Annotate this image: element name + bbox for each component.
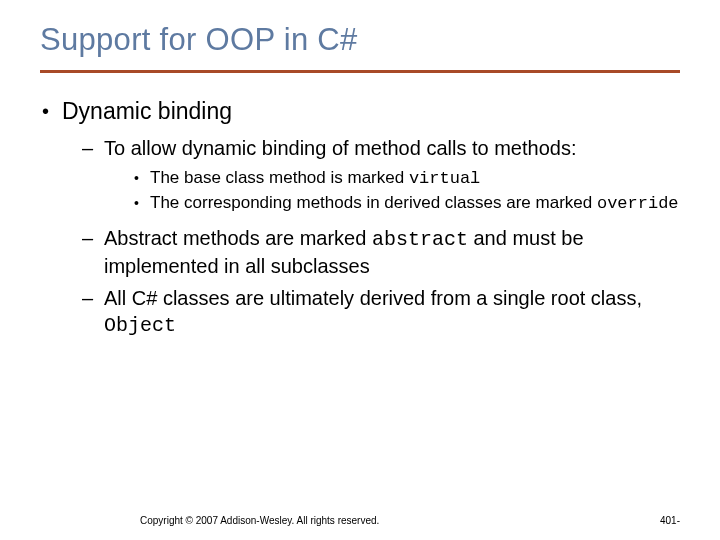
bullet-text: The base class method is marked virtual xyxy=(150,167,680,190)
bullet-dash-icon: – xyxy=(82,135,104,161)
spacer xyxy=(40,217,680,225)
slide-title: Support for OOP in C# xyxy=(40,22,680,58)
bullet-text: To allow dynamic binding of method calls… xyxy=(104,135,680,161)
bullet-text: The corresponding methods in derived cla… xyxy=(150,192,680,215)
bullet-text: Dynamic binding xyxy=(62,97,680,125)
code-keyword: override xyxy=(597,194,679,213)
bullet-level3: • The base class method is marked virtua… xyxy=(40,167,680,190)
bullet-level2: – Abstract methods are marked abstract a… xyxy=(40,225,680,279)
copyright-text: Copyright © 2007 Addison-Wesley. All rig… xyxy=(140,515,379,526)
text-fragment: Abstract methods are marked xyxy=(104,227,372,249)
bullet-dot-icon: • xyxy=(42,97,62,125)
code-keyword: abstract xyxy=(372,228,468,251)
code-keyword: Object xyxy=(104,314,176,337)
slide-footer: Copyright © 2007 Addison-Wesley. All rig… xyxy=(0,515,720,526)
title-divider xyxy=(40,70,680,73)
bullet-level3: • The corresponding methods in derived c… xyxy=(40,192,680,215)
text-fragment: All C# classes are ultimately derived fr… xyxy=(104,287,642,309)
bullet-dash-icon: – xyxy=(82,285,104,339)
bullet-text: All C# classes are ultimately derived fr… xyxy=(104,285,680,339)
bullet-dash-icon: – xyxy=(82,225,104,279)
text-fragment: The corresponding methods in derived cla… xyxy=(150,193,597,212)
page-number: 401- xyxy=(660,515,680,526)
bullet-dot-icon: • xyxy=(134,192,150,215)
bullet-level2: – All C# classes are ultimately derived … xyxy=(40,285,680,339)
code-keyword: virtual xyxy=(409,169,480,188)
bullet-level2: – To allow dynamic binding of method cal… xyxy=(40,135,680,161)
text-fragment: The base class method is marked xyxy=(150,168,409,187)
bullet-text: Abstract methods are marked abstract and… xyxy=(104,225,680,279)
slide-body: Support for OOP in C# • Dynamic binding … xyxy=(0,0,720,339)
bullet-level1: • Dynamic binding xyxy=(40,97,680,125)
bullet-dot-icon: • xyxy=(134,167,150,190)
